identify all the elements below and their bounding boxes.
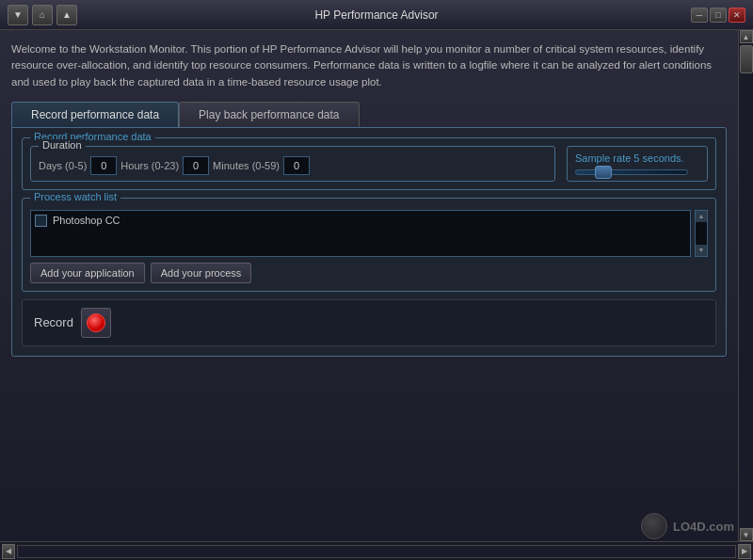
scroll-down-btn[interactable]: ▼	[696, 245, 707, 256]
add-process-btn[interactable]: Add your process	[151, 263, 252, 283]
watermark: LO4D.com	[641, 513, 734, 539]
welcome-text: Welcome to the Workstation Monitor. This…	[11, 41, 727, 90]
minimize-btn[interactable]: ─	[691, 8, 708, 23]
home-btn[interactable]: ⌂	[32, 5, 53, 25]
vertical-scrollbar: ▲ ▼	[738, 30, 753, 541]
hours-input[interactable]	[183, 156, 209, 175]
hours-label: Hours (0-23)	[120, 160, 179, 171]
menu-btn[interactable]: ▼	[8, 5, 28, 25]
tab-record[interactable]: Record performance data	[11, 102, 179, 127]
record-performance-section: Record performance data Duration Days (0…	[22, 137, 716, 190]
window-title: HP Performance Advisor	[314, 8, 438, 22]
tab-bar: Record performance data Play back perfor…	[11, 102, 727, 127]
title-bar-left: ▼ ⌂ ▲	[8, 5, 77, 25]
main-content: Welcome to the Workstation Monitor. This…	[0, 30, 753, 541]
scroll-down-arrow[interactable]: ▼	[740, 528, 753, 541]
days-label: Days (0-5)	[39, 160, 87, 171]
duration-sample-row: Duration Days (0-5) Hours (0-23) Minutes…	[30, 146, 708, 182]
record-icon	[87, 313, 105, 332]
sample-rate-label: Sample rate 5 seconds.	[575, 152, 699, 164]
duration-fields: Days (0-5) Hours (0-23) Minutes (0-59)	[39, 156, 547, 175]
sample-rate-slider-thumb[interactable]	[595, 166, 612, 179]
tab-playback[interactable]: Play back performance data	[179, 102, 359, 127]
record-label: Record	[34, 315, 73, 329]
record-panel: Record performance data Duration Days (0…	[11, 127, 727, 357]
window-controls: ─ □ ✕	[691, 8, 745, 23]
process-checkbox[interactable]	[35, 215, 47, 227]
scroll-right-arrow[interactable]: ▶	[738, 544, 751, 559]
watermark-text: LO4D.com	[673, 520, 734, 534]
duration-box: Duration Days (0-5) Hours (0-23) Minutes…	[30, 146, 555, 182]
sample-rate-slider-track	[575, 169, 688, 175]
days-input[interactable]	[90, 156, 117, 175]
record-area: Record	[22, 299, 716, 346]
content-area: Welcome to the Workstation Monitor. This…	[0, 30, 738, 541]
close-btn[interactable]: ✕	[729, 8, 745, 23]
process-watch-box: Process watch list Photoshop CC ▲ ▼ Ad	[22, 198, 716, 292]
process-watch-label: Process watch list	[30, 191, 120, 202]
add-application-btn[interactable]: Add your application	[30, 263, 145, 283]
process-list: Photoshop CC	[30, 210, 691, 257]
globe-icon	[641, 513, 667, 539]
title-bar: ▼ ⌂ ▲ HP Performance Advisor ─ □ ✕	[0, 0, 753, 30]
list-item: Photoshop CC	[35, 215, 686, 227]
up-btn[interactable]: ▲	[56, 5, 77, 25]
scroll-left-arrow[interactable]: ◀	[2, 544, 15, 559]
sample-rate-box: Sample rate 5 seconds.	[567, 146, 708, 182]
h-scroll-track	[17, 545, 736, 558]
process-list-scrollbar: ▲ ▼	[695, 210, 708, 257]
duration-label: Duration	[39, 139, 86, 151]
scroll-up-arrow[interactable]: ▲	[740, 30, 753, 43]
horizontal-scrollbar: ◀ ▶	[0, 541, 753, 560]
record-button[interactable]	[81, 308, 111, 338]
maximize-btn[interactable]: □	[710, 8, 727, 23]
process-list-area: Photoshop CC ▲ ▼	[30, 210, 708, 257]
scroll-up-btn[interactable]: ▲	[696, 211, 707, 222]
process-buttons: Add your application Add your process	[30, 263, 708, 283]
minutes-label: Minutes (0-59)	[213, 160, 280, 171]
scroll-thumb[interactable]	[740, 45, 753, 73]
process-name: Photoshop CC	[53, 215, 120, 226]
minutes-input[interactable]	[283, 156, 310, 175]
